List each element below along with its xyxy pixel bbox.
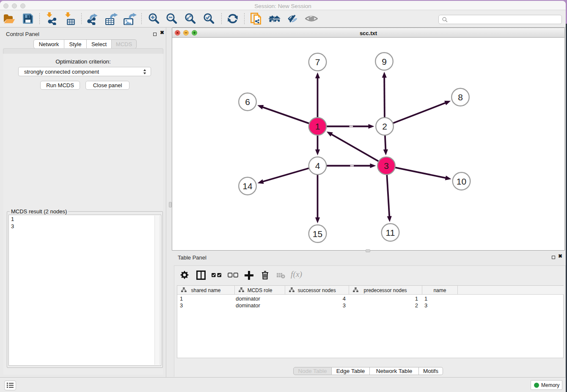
svg-text:9: 9 (382, 57, 387, 66)
svg-text:2: 2 (382, 121, 387, 131)
svg-text:10: 10 (457, 177, 466, 186)
svg-text:6: 6 (245, 97, 250, 107)
svg-text:1: 1 (315, 121, 320, 131)
svg-text:14: 14 (242, 181, 253, 191)
svg-text:11: 11 (386, 228, 395, 237)
svg-text:7: 7 (315, 57, 320, 67)
svg-text:15: 15 (313, 229, 322, 239)
svg-text:4: 4 (315, 161, 320, 171)
svg-text:8: 8 (458, 92, 463, 102)
svg-text:3: 3 (384, 161, 389, 171)
